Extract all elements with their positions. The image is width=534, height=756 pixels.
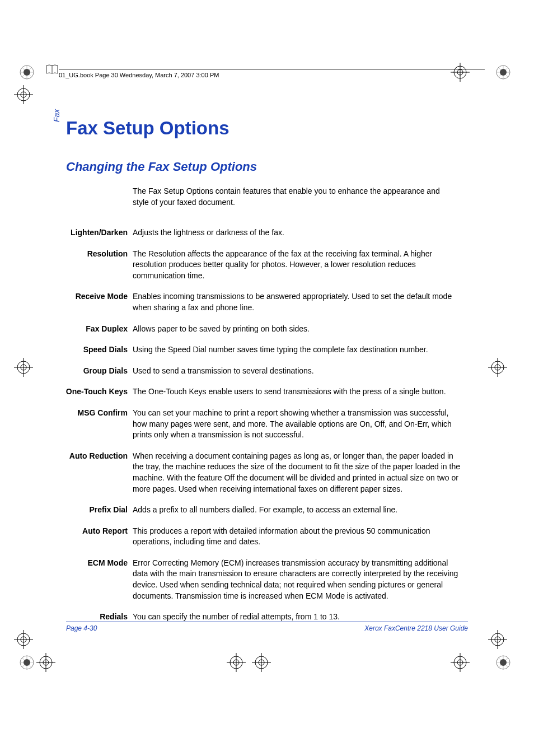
- intro-paragraph: The Fax Setup Options contain features t…: [133, 186, 457, 208]
- definition-desc: Allows paper to be saved by printing on …: [133, 324, 460, 335]
- definition-desc: Using the Speed Dial number saves time t…: [133, 344, 460, 356]
- definition-term: Prefix Dial: [62, 505, 133, 516]
- header-text: 01_UG.book Page 30 Wednesday, March 7, 2…: [59, 72, 219, 78]
- definition-row: Lighten/DarkenAdjusts the lightness or d…: [62, 227, 460, 239]
- print-mark-register-icon: [488, 630, 507, 649]
- book-icon: [46, 64, 58, 74]
- print-mark-register-icon: [488, 358, 507, 377]
- definition-desc: You can specify the number of redial att…: [133, 612, 460, 623]
- print-mark-register-icon: [36, 653, 55, 672]
- definition-row: MSG ConfirmYou can set your machine to p…: [62, 408, 460, 441]
- definition-term: Auto Report: [62, 526, 133, 537]
- definition-desc: You can set your machine to print a repo…: [133, 408, 460, 441]
- print-mark-register-icon: [227, 653, 246, 672]
- page-header: 01_UG.book Page 30 Wednesday, March 7, 2…: [59, 69, 485, 78]
- print-mark-register-icon: [14, 85, 33, 104]
- section-title: Changing the Fax Setup Options: [66, 160, 257, 174]
- definition-list: Lighten/DarkenAdjusts the lightness or d…: [62, 217, 460, 623]
- definition-term: Speed Dials: [62, 344, 133, 356]
- svg-point-7: [500, 659, 507, 666]
- definition-term: One-Touch Keys: [62, 386, 133, 398]
- print-mark-globe-icon: [20, 655, 34, 670]
- definition-row: Prefix DialAdds a prefix to all numbers …: [62, 505, 460, 516]
- definition-term: Auto Reduction: [62, 451, 133, 462]
- page-title: Fax Setup Options: [66, 118, 229, 139]
- definition-term: ECM Mode: [62, 558, 133, 569]
- footer-guide-name: Xerox FaxCentre 2218 User Guide: [364, 624, 468, 632]
- definition-desc: Enables incoming transmissions to be ans…: [133, 291, 460, 313]
- definition-desc: Used to send a transmission to several d…: [133, 366, 460, 377]
- definition-row: RedialsYou can specify the number of red…: [62, 612, 460, 623]
- print-mark-globe-icon: [496, 655, 510, 670]
- definition-desc: The One-Touch Keys enable users to send …: [133, 386, 460, 398]
- definition-row: Auto ReductionWhen receiving a document …: [62, 451, 460, 494]
- definition-desc: This produces a report with detailed inf…: [133, 526, 460, 548]
- svg-point-3: [500, 69, 507, 76]
- footer-page-number: Page 4-30: [66, 624, 97, 632]
- print-mark-register-icon: [252, 653, 271, 672]
- print-mark-globe-icon: [20, 65, 34, 80]
- page-footer: Page 4-30 Xerox FaxCentre 2218 User Guid…: [66, 622, 468, 632]
- definition-term: Redials: [62, 612, 133, 623]
- print-mark-register-icon: [14, 630, 33, 649]
- definition-term: Resolution: [62, 249, 133, 260]
- svg-point-5: [24, 659, 30, 666]
- print-mark-register-icon: [451, 653, 470, 672]
- definition-desc: Error Correcting Memory (ECM) increases …: [133, 558, 460, 601]
- definition-row: One-Touch KeysThe One-Touch Keys enable …: [62, 386, 460, 398]
- svg-point-1: [24, 69, 30, 76]
- definition-row: ResolutionThe Resolution affects the app…: [62, 249, 460, 282]
- definition-row: Group DialsUsed to send a transmission t…: [62, 366, 460, 377]
- definition-row: Auto ReportThis produces a report with d…: [62, 526, 460, 548]
- definition-term: Receive Mode: [62, 291, 133, 302]
- side-tab-label: Fax: [52, 109, 61, 122]
- definition-term: Fax Duplex: [62, 324, 133, 335]
- print-mark-globe-icon: [496, 65, 510, 80]
- print-mark-register-icon: [14, 358, 33, 377]
- definition-row: Speed DialsUsing the Speed Dial number s…: [62, 344, 460, 356]
- definition-term: Lighten/Darken: [62, 227, 133, 239]
- definition-desc: Adjusts the lightness or darkness of the…: [133, 227, 460, 239]
- definition-desc: When receiving a document containing pag…: [133, 451, 460, 494]
- definition-term: MSG Confirm: [62, 408, 133, 419]
- definition-row: ECM ModeError Correcting Memory (ECM) in…: [62, 558, 460, 601]
- definition-desc: Adds a prefix to all numbers dialled. Fo…: [133, 505, 460, 516]
- definition-term: Group Dials: [62, 366, 133, 377]
- definition-row: Receive ModeEnables incoming transmissio…: [62, 291, 460, 313]
- definition-desc: The Resolution affects the appearance of…: [133, 249, 460, 282]
- definition-row: Fax DuplexAllows paper to be saved by pr…: [62, 324, 460, 335]
